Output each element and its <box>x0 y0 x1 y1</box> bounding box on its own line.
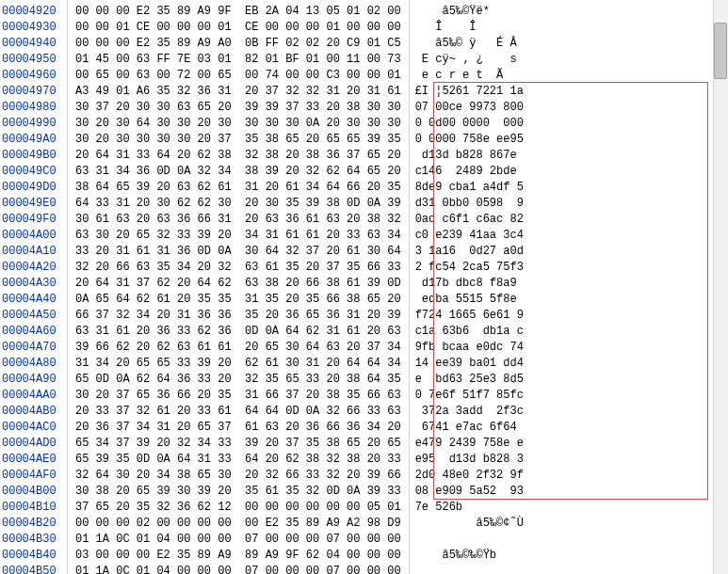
address-cell: 00004930 <box>2 20 63 36</box>
ascii-cell[interactable] <box>415 532 722 548</box>
address-cell: 00004940 <box>2 36 63 52</box>
hex-cell[interactable]: 65 39 35 0D 0A 64 31 33 64 20 62 38 32 3… <box>75 452 401 468</box>
ascii-cell[interactable]: 0 7e6f 51f7 85fc <box>415 388 722 404</box>
address-cell: 00004A20 <box>2 260 63 276</box>
hex-cell[interactable]: 00 00 00 E2 35 89 A9 9F EB 2A 04 13 05 0… <box>75 4 401 20</box>
hex-cell[interactable]: 0A 65 64 62 61 20 35 35 31 35 20 35 66 3… <box>75 292 401 308</box>
ascii-cell[interactable]: 14 ee39 ba01 dd4 <box>415 356 722 372</box>
ascii-cell[interactable]: c146 2489 2bde <box>415 164 722 180</box>
ascii-cell[interactable]: 0 0d00 0000 000 <box>415 116 722 132</box>
hex-cell[interactable]: 31 34 20 65 65 33 39 20 62 61 30 31 20 6… <box>75 356 401 372</box>
vertical-scrollbar[interactable] <box>713 0 728 574</box>
hex-cell[interactable]: 38 64 65 39 20 63 62 61 31 20 61 34 64 6… <box>75 180 401 196</box>
hex-bytes-column: 00 00 00 E2 35 89 A9 9F EB 2A 04 13 05 0… <box>68 0 410 574</box>
ascii-cell[interactable]: c0 e239 41aa 3c4 <box>415 228 722 244</box>
ascii-cell[interactable]: 2d0 48e0 2f32 9f <box>415 468 722 484</box>
address-cell: 00004B30 <box>2 532 63 548</box>
hex-cell[interactable]: 63 30 20 65 32 33 39 20 34 31 61 61 20 3… <box>75 228 401 244</box>
ascii-cell[interactable]: 0ac c6f1 c6ac 82 <box>415 212 722 228</box>
ascii-cell[interactable]: c1a 63b6 db1a c <box>415 324 722 340</box>
ascii-cell[interactable]: 07 00ce 9973 800 <box>415 100 722 116</box>
ascii-cell[interactable]: e c r e t Ã <box>415 68 722 84</box>
hex-cell[interactable]: 65 34 37 39 20 32 34 33 39 20 37 35 38 6… <box>75 436 401 452</box>
hex-cell[interactable]: 20 64 31 33 64 20 62 38 32 38 20 38 36 3… <box>75 148 401 164</box>
ascii-cell[interactable]: 0 0000 758e ee95 <box>415 132 722 148</box>
ascii-cell[interactable]: 6741 e7ac 6f64 <box>415 420 722 436</box>
hex-cell[interactable]: 30 61 63 20 63 36 66 31 20 63 36 61 63 2… <box>75 212 401 228</box>
hex-cell[interactable]: 66 37 32 34 20 31 36 36 35 20 36 65 36 3… <box>75 308 401 324</box>
hex-cell[interactable]: 00 00 00 02 00 00 00 00 00 E2 35 89 A9 A… <box>75 516 401 532</box>
address-cell: 000049F0 <box>2 212 63 228</box>
address-cell: 00004A10 <box>2 244 63 260</box>
address-cell: 00004AC0 <box>2 420 63 436</box>
hex-cell[interactable]: 39 66 62 20 62 63 61 61 20 65 30 64 63 2… <box>75 340 401 356</box>
ascii-cell[interactable]: 7e 526b <box>415 500 722 516</box>
hex-cell[interactable]: 01 45 00 63 FF 7E 03 01 82 01 BF 01 00 1… <box>75 52 401 68</box>
ascii-cell[interactable]: £I ¦5261 7221 1a <box>415 84 722 100</box>
hex-cell[interactable]: 30 20 30 64 30 30 20 30 30 30 30 0A 20 3… <box>75 116 401 132</box>
ascii-cell[interactable]: d13d b828 867e <box>415 148 722 164</box>
ascii-column: â5‰©Ÿë* Î Î â5‰© ÿ É Å E cÿ~ ‚ ¿ s e c r… <box>410 0 728 574</box>
hex-cell[interactable]: 64 33 31 20 30 62 62 30 20 30 35 39 38 0… <box>75 196 401 212</box>
hex-cell[interactable]: 63 31 34 36 0D 0A 32 34 38 39 20 32 62 6… <box>75 164 401 180</box>
ascii-cell[interactable]: 3 1a16 0d27 a0d <box>415 244 722 260</box>
ascii-cell[interactable]: edba 5515 5f8e <box>415 292 722 308</box>
hex-viewer: 0000492000004930000049400000495000004960… <box>0 0 728 574</box>
ascii-cell[interactable]: â5‰©¢˜Ù <box>415 516 722 532</box>
hex-cell[interactable]: A3 49 01 A6 35 32 36 31 20 37 32 32 31 2… <box>75 84 401 100</box>
address-cell: 000049E0 <box>2 196 63 212</box>
hex-cell[interactable]: 37 65 20 35 32 36 62 12 00 00 00 00 00 0… <box>75 500 401 516</box>
hex-cell[interactable]: 30 38 20 65 39 30 39 20 35 61 35 32 0D 0… <box>75 484 401 500</box>
ascii-cell[interactable]: d31 0bb0 0598 9 <box>415 196 722 212</box>
address-cell: 00004A90 <box>2 372 63 388</box>
hex-cell[interactable]: 01 1A 0C 01 04 00 00 00 07 00 00 00 07 0… <box>75 564 401 574</box>
address-cell: 00004AE0 <box>2 452 63 468</box>
hex-cell[interactable]: 30 20 30 30 30 30 20 37 35 38 65 20 65 6… <box>75 132 401 148</box>
ascii-cell[interactable]: f724 1665 6e61 9 <box>415 308 722 324</box>
ascii-cell[interactable] <box>415 564 722 574</box>
ascii-cell[interactable]: 9fb bcaa e0dc 74 <box>415 340 722 356</box>
hex-cell[interactable]: 30 37 20 30 30 63 65 20 39 39 37 33 20 3… <box>75 100 401 116</box>
ascii-cell[interactable]: 08 e909 5a52 93 <box>415 484 722 500</box>
hex-cell[interactable]: 00 00 00 E2 35 89 A9 A0 0B FF 02 02 20 C… <box>75 36 401 52</box>
hex-cell[interactable]: 20 36 37 34 31 20 65 37 61 63 20 36 66 3… <box>75 420 401 436</box>
ascii-cell[interactable]: â5‰©Ÿë* <box>415 4 722 20</box>
hex-cell[interactable]: 20 33 37 32 61 20 33 61 64 64 0D 0A 32 6… <box>75 404 401 420</box>
address-cell: 00004B40 <box>2 548 63 564</box>
scrollbar-thumb[interactable] <box>714 23 727 79</box>
address-cell: 00004AB0 <box>2 404 63 420</box>
address-cell: 000049B0 <box>2 148 63 164</box>
hex-cell[interactable]: 33 20 31 61 31 36 0D 0A 30 64 32 37 20 6… <box>75 244 401 260</box>
hex-cell[interactable]: 30 20 37 65 36 66 20 35 31 66 37 20 38 3… <box>75 388 401 404</box>
address-cell: 00004B00 <box>2 484 63 500</box>
address-column: 0000492000004930000049400000495000004960… <box>0 0 68 574</box>
ascii-cell[interactable]: 372a 3add 2f3c <box>415 404 722 420</box>
address-cell: 00004B50 <box>2 564 63 574</box>
address-cell: 00004AF0 <box>2 468 63 484</box>
address-cell: 00004AA0 <box>2 388 63 404</box>
ascii-cell[interactable]: d17b dbc8 f8a9 <box>415 276 722 292</box>
address-cell: 000049D0 <box>2 180 63 196</box>
ascii-cell[interactable]: e479 2439 758e e <box>415 436 722 452</box>
ascii-cell[interactable]: e bd63 25e3 8d5 <box>415 372 722 388</box>
hex-cell[interactable]: 63 31 61 20 36 33 62 36 0D 0A 64 62 31 6… <box>75 324 401 340</box>
ascii-cell[interactable]: E cÿ~ ‚ ¿ s <box>415 52 722 68</box>
ascii-cell[interactable]: 8de9 cba1 a4df 5 <box>415 180 722 196</box>
address-cell: 00004A60 <box>2 324 63 340</box>
ascii-cell[interactable]: â5‰© ÿ É Å <box>415 36 722 52</box>
address-cell: 00004B20 <box>2 516 63 532</box>
hex-cell[interactable]: 03 00 00 00 E2 35 89 A9 89 A9 9F 62 04 0… <box>75 548 401 564</box>
ascii-cell[interactable]: 2 fc54 2ca5 75f3 <box>415 260 722 276</box>
ascii-cell[interactable]: e95 d13d b828 3 <box>415 452 722 468</box>
address-cell: 00004A80 <box>2 356 63 372</box>
hex-cell[interactable]: 00 65 00 63 00 72 00 65 00 74 00 00 C3 0… <box>75 68 401 84</box>
ascii-cell[interactable]: Î Î <box>415 20 722 36</box>
hex-cell[interactable]: 65 0D 0A 62 64 36 33 20 32 35 65 33 20 3… <box>75 372 401 388</box>
hex-cell[interactable]: 00 00 01 CE 00 00 00 01 CE 00 00 00 01 0… <box>75 20 401 36</box>
hex-cell[interactable]: 20 64 31 37 62 20 64 62 63 38 20 66 38 6… <box>75 276 401 292</box>
hex-cell[interactable]: 32 20 66 63 35 34 20 32 63 61 35 20 37 3… <box>75 260 401 276</box>
address-cell: 00004B10 <box>2 500 63 516</box>
hex-cell[interactable]: 01 1A 0C 01 04 00 00 00 07 00 00 00 07 0… <box>75 532 401 548</box>
ascii-cell[interactable]: â5‰©‰©Ÿb <box>415 548 722 564</box>
hex-cell[interactable]: 32 64 30 20 34 38 65 30 20 32 66 33 32 2… <box>75 468 401 484</box>
